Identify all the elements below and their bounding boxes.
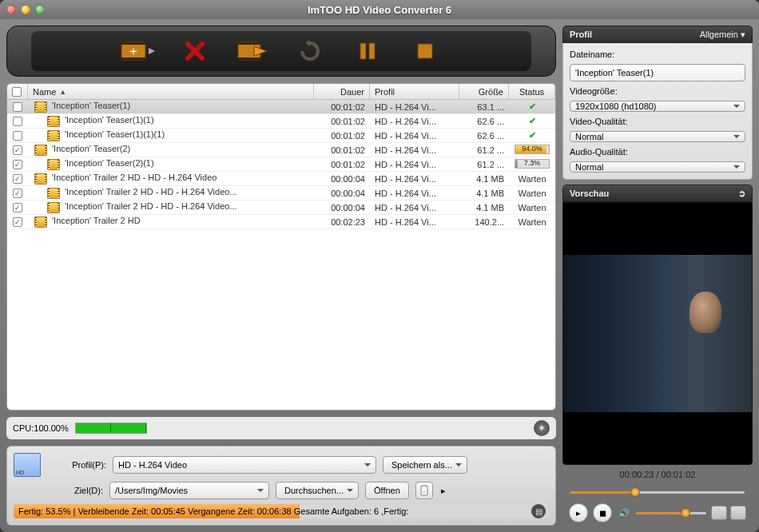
videoquality-label: Video-Qualität: [570,117,745,126]
film-icon [47,130,60,141]
app-window: ImTOO HD Video Converter 6 ＋ [0,0,759,532]
row-checkbox[interactable] [13,131,22,141]
pause-button[interactable] [352,37,383,66]
svg-rect-2 [121,58,145,60]
table-row[interactable]: 'Inception' Teaser(1)(1)(1)00:01:02HD - … [7,129,555,143]
gear-icon[interactable]: ✶ [534,420,550,436]
stop-preview-button[interactable]: ◼ [593,503,612,522]
col-header-duration[interactable]: Dauer [314,84,370,99]
svg-rect-12 [418,44,432,58]
open-button[interactable]: Öffnen [365,482,409,499]
main-toolbar: ＋ [6,26,556,77]
filename-label: Dateiname: [570,50,745,59]
svg-rect-6 [238,42,260,45]
table-row[interactable]: 'Inception' Teaser(1)00:01:02HD - H.264 … [7,100,555,114]
col-header-status[interactable]: Status [509,84,555,99]
row-checkbox[interactable]: ✓ [13,203,22,212]
audioquality-dropdown[interactable]: Normal [570,161,745,173]
zoom-window-icon[interactable] [35,5,45,14]
table-row[interactable]: 'Inception' Teaser(1)(1)00:01:02HD - H.2… [7,114,555,129]
film-icon [47,116,60,127]
videosize-label: Videogröße: [570,86,745,96]
row-checkbox[interactable]: ✓ [13,174,22,184]
table-row[interactable]: ✓'Inception' Trailer 2 HD - HD - H.264 V… [7,200,555,215]
cpu-label: CPU:100.00% [13,423,69,433]
save-as-button[interactable]: Speichern als... [383,456,467,474]
stop-button[interactable] [409,37,441,66]
row-checkbox[interactable]: ✓ [13,217,22,227]
filename-field[interactable]: 'Inception' Teaser(1) [570,64,745,81]
chevron-right-icon[interactable]: ▸ [439,482,447,499]
svg-rect-7 [238,58,260,60]
volume-icon[interactable]: 🔊 [617,503,631,522]
profile-mode-dropdown[interactable]: Allgemein ▾ [700,30,745,40]
row-checkbox[interactable]: ✓ [13,145,22,155]
checkbox-icon [12,87,22,97]
preview-screen[interactable] [562,202,753,465]
col-header-profile[interactable]: Profil [370,84,459,99]
col-header-checkbox[interactable] [7,84,28,99]
bottom-panel: Profil(P): HD - H.264 Video Speichern al… [6,446,556,526]
film-icon [34,101,47,113]
file-list: Name▲ Dauer Profil Größe Status 'Incepti… [6,83,556,411]
row-checkbox[interactable]: ✓ [13,160,22,169]
profile-label: Profil(P): [50,460,106,470]
list-header: Name▲ Dauer Profil Größe Status [7,84,555,100]
expand-icon[interactable]: ➲ [738,189,745,199]
check-icon: ✔ [529,101,536,111]
preview-title: Vorschau [570,189,609,198]
film-icon [34,145,47,156]
profile-panel: Profil Allgemein ▾ Dateiname: 'Inception… [562,26,753,180]
cpu-row: CPU:100.00% ✶ [6,417,556,439]
minimize-window-icon[interactable] [21,5,30,14]
film-icon [47,188,60,199]
table-row[interactable]: ✓'Inception' Teaser(2)(1)00:01:02HD - H.… [7,157,555,172]
seek-slider[interactable] [570,486,745,498]
col-header-name[interactable]: Name▲ [28,84,314,99]
svg-marker-4 [149,48,155,54]
table-row[interactable]: ✓'Inception' Trailer 2 HD - HD - H.264 V… [7,186,555,200]
audioquality-label: Audio-Qualität: [570,147,745,157]
profile-panel-title: Profil [570,30,592,39]
volume-slider[interactable] [636,506,706,519]
col-header-size[interactable]: Größe [459,84,509,99]
row-checkbox[interactable] [13,102,22,112]
dest-label: Ziel(D): [47,486,103,495]
camera-button[interactable] [730,506,746,520]
row-checkbox[interactable] [13,117,22,126]
table-row[interactable]: ✓'Inception' Trailer 2 HD00:02:23HD - H.… [7,215,555,229]
window-title: ImTOO HD Video Converter 6 [0,4,759,16]
snapshot-button[interactable] [711,506,727,520]
sort-asc-icon: ▲ [59,88,66,96]
table-row[interactable]: ✓'Inception' Teaser(2)00:01:02HD - H.264… [7,143,555,157]
svg-rect-11 [369,43,375,59]
browse-button[interactable]: Durchsuchen... [276,482,359,499]
check-icon: ✔ [529,116,536,125]
svg-marker-9 [305,40,310,46]
film-icon [34,173,47,185]
svg-rect-10 [360,43,366,59]
dest-dropdown[interactable]: /Users/Img/Movies [109,482,269,499]
titlebar: ImTOO HD Video Converter 6 [0,0,759,19]
hd-icon [14,453,41,477]
table-row[interactable]: ✓'Inception' Trailer 2 HD - HD - H.264 V… [7,172,555,186]
preview-panel: Vorschau ➲ 00:00:23 / 00:01:02 ▸ ◼ 🔊 [562,185,753,526]
add-file-button[interactable]: ＋ [121,37,153,66]
close-window-icon[interactable] [6,5,16,14]
svg-point-14 [423,490,426,494]
undo-button[interactable] [294,37,326,66]
convert-button[interactable] [236,37,268,66]
status-text: Fertig: 53.5% | Verbleibende Zeit: 00:05… [14,506,413,516]
videoquality-dropdown[interactable]: Normal [570,131,745,142]
log-button[interactable]: ▤ [531,504,546,518]
row-checkbox[interactable]: ✓ [13,189,22,198]
preview-time: 00:00:23 / 00:01:02 [562,465,753,484]
profile-dropdown[interactable]: HD - H.264 Video [113,456,376,474]
film-icon [47,202,60,213]
remove-button[interactable] [179,37,211,66]
device-ipod-button[interactable] [415,482,433,499]
cpu-meter [75,423,147,434]
play-button[interactable]: ▸ [569,503,588,522]
videosize-dropdown[interactable]: 1920x1080 (hd1080) [570,101,745,112]
film-icon [34,216,47,228]
